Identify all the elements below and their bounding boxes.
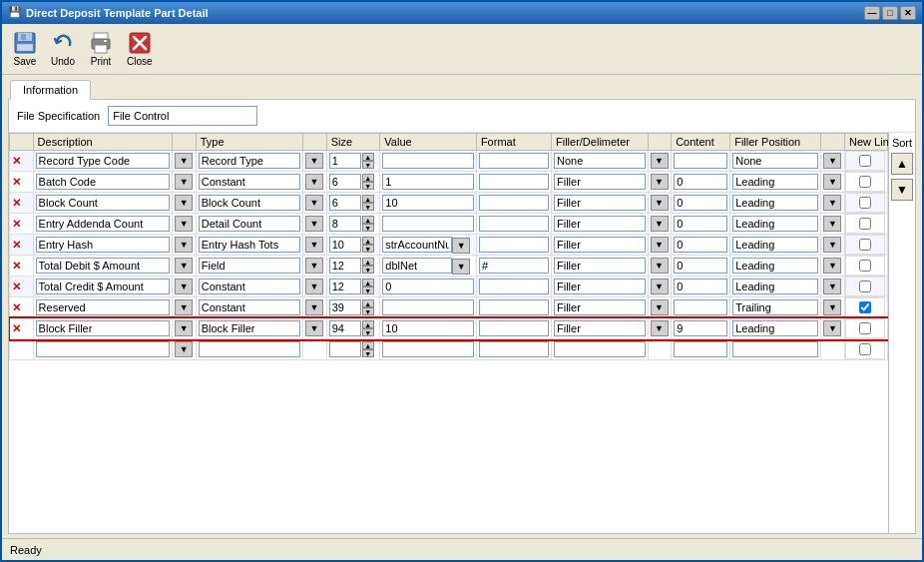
filler-input[interactable] [554, 174, 646, 190]
maximize-button[interactable]: □ [882, 6, 898, 20]
filler-input[interactable] [554, 299, 646, 315]
content-input[interactable] [674, 237, 727, 253]
newline-checkbox[interactable] [859, 301, 871, 313]
delete-button[interactable]: ✕ [12, 218, 21, 230]
delete-button[interactable]: ✕ [12, 155, 21, 167]
newline-checkbox[interactable] [859, 197, 871, 209]
size-spin-down[interactable]: ▼ [362, 349, 374, 357]
type-input[interactable] [199, 153, 300, 169]
filler-pos-input[interactable] [732, 195, 818, 211]
value-input[interactable] [382, 174, 474, 190]
format-input[interactable] [479, 258, 549, 274]
type-input[interactable] [199, 216, 300, 232]
newline-checkbox[interactable] [859, 218, 871, 230]
filler-dropdown-button[interactable]: ▼ [651, 320, 669, 336]
filler-pos-input[interactable] [732, 341, 818, 357]
type-dropdown-button[interactable]: ▼ [175, 237, 193, 253]
type-input[interactable] [199, 341, 300, 357]
filler-input[interactable] [554, 237, 646, 253]
size-spin-up[interactable]: ▲ [362, 279, 374, 286]
newline-checkbox[interactable] [859, 155, 871, 167]
value-input[interactable] [382, 195, 474, 211]
type-input[interactable] [199, 299, 300, 315]
filler-dropdown-button[interactable]: ▼ [651, 299, 669, 315]
delete-button[interactable]: ✕ [12, 176, 21, 188]
description-input[interactable] [36, 237, 171, 253]
type-dropdown-button[interactable]: ▼ [175, 341, 193, 357]
size-spin-up[interactable]: ▲ [362, 258, 374, 266]
filler-input[interactable] [554, 279, 646, 294]
sort-down-button[interactable]: ▼ [891, 179, 913, 201]
type-dropdown2-button[interactable]: ▼ [305, 279, 323, 294]
filler-pos-input[interactable] [732, 216, 818, 232]
description-input[interactable] [36, 153, 171, 169]
size-spin-up[interactable]: ▲ [362, 174, 374, 182]
size-spin-down[interactable]: ▼ [362, 161, 374, 169]
size-input[interactable] [329, 299, 361, 315]
filler-dropdown-button[interactable]: ▼ [651, 153, 669, 169]
size-spin-down[interactable]: ▼ [362, 286, 374, 294]
filler-dropdown-button[interactable]: ▼ [651, 216, 669, 232]
print-button[interactable]: Print [84, 28, 118, 70]
size-spin-down[interactable]: ▼ [362, 328, 374, 336]
size-spin-down[interactable]: ▼ [362, 203, 374, 211]
type-input[interactable] [199, 258, 300, 274]
newline-checkbox[interactable] [859, 281, 871, 292]
description-input[interactable] [36, 258, 171, 274]
type-dropdown-button[interactable]: ▼ [175, 320, 193, 336]
size-spin-up[interactable]: ▲ [362, 341, 374, 349]
value-input[interactable] [382, 216, 474, 232]
size-input[interactable] [329, 320, 361, 336]
filler-pos-input[interactable] [732, 258, 818, 274]
filler-dropdown-button[interactable]: ▼ [651, 279, 669, 294]
format-input[interactable] [479, 174, 549, 190]
size-input[interactable] [329, 153, 361, 169]
filler-pos-dropdown-button[interactable]: ▼ [823, 216, 841, 232]
format-input[interactable] [479, 216, 549, 232]
filler-input[interactable] [554, 320, 646, 336]
filler-pos-input[interactable] [732, 237, 818, 253]
description-input[interactable] [36, 216, 171, 232]
value-input[interactable] [382, 299, 474, 315]
value-input[interactable] [382, 258, 452, 274]
size-input[interactable] [329, 279, 361, 294]
value-input[interactable] [382, 341, 474, 357]
filler-input[interactable] [554, 258, 646, 274]
size-input[interactable] [329, 195, 361, 211]
filler-pos-dropdown-button[interactable]: ▼ [823, 299, 841, 315]
type-dropdown2-button[interactable]: ▼ [305, 216, 323, 232]
save-button[interactable]: Save [8, 28, 42, 70]
type-dropdown-button[interactable]: ▼ [175, 174, 193, 190]
undo-button[interactable]: Undo [46, 28, 80, 70]
size-input[interactable] [329, 258, 361, 274]
format-input[interactable] [479, 195, 549, 211]
newline-checkbox[interactable] [859, 176, 871, 188]
filler-input[interactable] [554, 195, 646, 211]
file-spec-input[interactable] [108, 106, 257, 126]
format-input[interactable] [479, 153, 549, 169]
value-dropdown-button[interactable]: ▼ [452, 238, 470, 254]
filler-input[interactable] [554, 216, 646, 232]
description-input[interactable] [36, 195, 171, 211]
type-input[interactable] [199, 195, 300, 211]
type-dropdown-button[interactable]: ▼ [175, 258, 193, 274]
content-input[interactable] [674, 299, 727, 315]
filler-input[interactable] [554, 341, 646, 357]
size-input[interactable] [329, 237, 361, 253]
description-input[interactable] [36, 341, 171, 357]
delete-button[interactable]: ✕ [12, 281, 21, 292]
type-dropdown-button[interactable]: ▼ [175, 153, 193, 169]
content-input[interactable] [674, 216, 727, 232]
type-dropdown2-button[interactable]: ▼ [305, 299, 323, 315]
close-button[interactable]: Close [122, 28, 158, 70]
size-input[interactable] [329, 216, 361, 232]
format-input[interactable] [479, 279, 549, 294]
filler-dropdown-button[interactable]: ▼ [651, 195, 669, 211]
value-input[interactable] [382, 320, 474, 336]
type-dropdown-button[interactable]: ▼ [175, 195, 193, 211]
filler-dropdown-button[interactable]: ▼ [651, 174, 669, 190]
tab-information[interactable]: Information [10, 80, 91, 100]
minimize-button[interactable]: — [864, 6, 880, 20]
format-input[interactable] [479, 341, 549, 357]
size-spin-up[interactable]: ▲ [362, 216, 374, 224]
